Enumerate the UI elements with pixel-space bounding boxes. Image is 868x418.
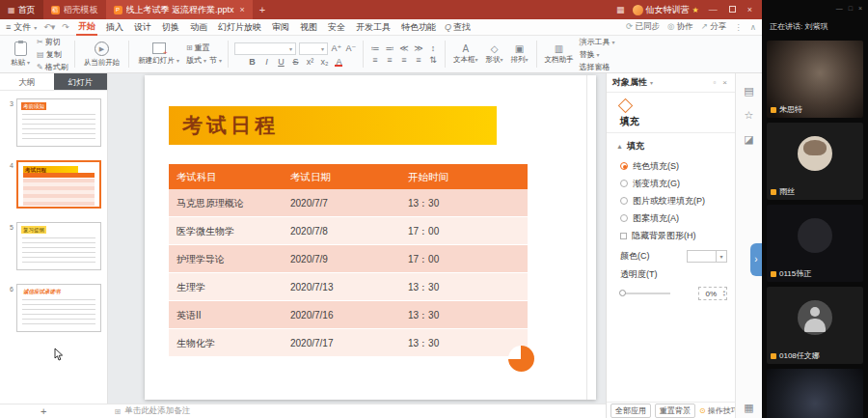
tips-link[interactable]: ⊙ 操作技巧 xyxy=(699,405,739,416)
bold-button[interactable]: B xyxy=(246,57,258,67)
selection-pane-button[interactable]: 选择窗格 xyxy=(580,62,615,72)
menu-tab-home[interactable]: 开始 xyxy=(76,19,97,36)
reset-background-button[interactable]: 重置背景 xyxy=(655,404,695,418)
sync-status[interactable]: ⟳ 已同步 xyxy=(626,21,660,33)
replace-button[interactable]: 替换▾ xyxy=(580,49,615,60)
image-panel-icon[interactable]: ◪ xyxy=(736,133,762,146)
menu-tab-animation[interactable]: 动画 xyxy=(188,20,209,35)
tab-outline[interactable]: 大纲 xyxy=(0,73,54,90)
close-button[interactable]: × xyxy=(746,5,754,14)
menu-tab-features[interactable]: 特色功能 xyxy=(399,20,438,35)
menu-tab-transition[interactable]: 切换 xyxy=(160,20,181,35)
section-button[interactable]: 节▾ xyxy=(209,55,222,66)
fill-option-gradient[interactable]: 渐变填充(G) xyxy=(607,175,735,192)
decrease-font-icon[interactable]: A⁻ xyxy=(345,43,357,53)
numbered-list-icon[interactable]: ≕ xyxy=(384,43,395,53)
find-button[interactable]: Q 查找 xyxy=(445,21,471,34)
underline-button[interactable]: U xyxy=(275,57,286,67)
chevron-down-icon[interactable]: ▾ xyxy=(650,79,653,86)
participant-video-tile[interactable]: 0115韩正 xyxy=(767,205,863,282)
user-account[interactable]: 仙女特训营 ★ xyxy=(633,4,699,16)
menu-tab-slideshow[interactable]: 幻灯片放映 xyxy=(216,20,263,35)
collapse-ribbon-icon[interactable]: ∧ xyxy=(750,22,756,32)
color-dropdown[interactable]: ▾ xyxy=(687,250,727,263)
fill-option-pattern[interactable]: 图案填充(A) xyxy=(607,209,735,227)
participant-video-tile[interactable]: 孙中李 xyxy=(767,369,863,418)
minimize-button[interactable]: — xyxy=(707,5,719,14)
collab-button[interactable]: ◎ 协作 xyxy=(667,21,693,33)
present-tools-button[interactable]: 演示工具▾ xyxy=(580,37,615,47)
participant-video-tile[interactable]: 朱思特 xyxy=(767,41,863,118)
font-size-select[interactable]: ▾ xyxy=(299,42,328,55)
fill-option-solid[interactable]: 纯色填充(S) xyxy=(607,157,735,175)
slide-page[interactable]: 考试日程 考试科目 考试日期 开始时间 马克思原理概论 2020/7/7 13：… xyxy=(145,75,596,400)
fill-tab[interactable]: 填充 xyxy=(607,115,735,133)
apps-grid-icon[interactable]: ▦ xyxy=(736,402,762,414)
pin-panel-icon[interactable]: ▫ xyxy=(711,78,718,87)
close-tab-icon[interactable]: × xyxy=(240,5,245,14)
transparency-slider[interactable] xyxy=(620,293,670,294)
cut-button[interactable]: ✂剪切 xyxy=(37,37,68,47)
restore-button[interactable] xyxy=(727,5,738,14)
strikethrough-button[interactable]: S xyxy=(289,57,301,67)
increase-indent-icon[interactable]: ≫ xyxy=(413,43,424,53)
slide-thumbnail-4-selected[interactable]: 考试日程 xyxy=(16,160,101,209)
tab-slides[interactable]: 幻灯片 xyxy=(54,73,108,90)
meeting-minimize-button[interactable]: — xyxy=(836,5,843,12)
undo-button[interactable]: ↶▾ xyxy=(43,22,55,32)
layout-button[interactable]: 版式▾ xyxy=(186,55,206,66)
share-button[interactable]: ↗ 分享 xyxy=(701,21,727,33)
font-color-button[interactable]: A xyxy=(333,57,344,67)
apps-grid-icon[interactable]: ▦ xyxy=(616,5,625,14)
close-panel-icon[interactable]: × xyxy=(720,78,729,87)
tab-docer-templates[interactable]: 稻 稻壳模板 xyxy=(43,0,106,19)
align-left-icon[interactable]: ≡ xyxy=(369,55,381,65)
redo-button[interactable]: ↷ xyxy=(62,22,69,32)
apply-all-button[interactable]: 全部应用 xyxy=(610,404,651,418)
menu-tab-security[interactable]: 安全 xyxy=(326,20,347,35)
new-slide-button[interactable]: 新建幻灯片 ▾ xyxy=(135,42,182,67)
stepper-icons[interactable]: ▴▾ xyxy=(723,290,726,297)
properties-panel-icon[interactable]: ▤ xyxy=(736,85,762,98)
font-family-select[interactable]: ▾ xyxy=(234,42,296,55)
decrease-indent-icon[interactable]: ≪ xyxy=(398,43,410,53)
meeting-restore-button[interactable]: □ xyxy=(849,5,853,12)
doc-assistant-button[interactable]: ▥ 文档助手 xyxy=(543,44,576,65)
reset-slide-button[interactable]: ⊞重置 xyxy=(186,42,222,53)
add-slide-button[interactable]: + xyxy=(41,405,46,417)
increase-font-icon[interactable]: A⁺ xyxy=(331,43,342,53)
new-tab-button[interactable]: + xyxy=(253,0,272,19)
bullet-list-icon[interactable]: ≔ xyxy=(369,43,381,53)
subscript-icon[interactable]: x₂ xyxy=(318,57,330,67)
file-menu[interactable]: ≡ 文件 ▾ xyxy=(6,21,37,34)
exam-schedule-table[interactable]: 考试科目 考试日期 开始时间 马克思原理概论 2020/7/7 13：30 医学… xyxy=(169,164,528,357)
menu-tab-design[interactable]: 设计 xyxy=(132,20,153,35)
participant-video-tile[interactable]: 0108任文娜 xyxy=(767,287,863,364)
menu-tab-insert[interactable]: 插入 xyxy=(104,20,125,35)
slider-thumb[interactable] xyxy=(619,290,626,296)
transparency-value-box[interactable]: 0% ▴▾ xyxy=(698,287,727,300)
star-resources-icon[interactable]: ☆ xyxy=(736,109,762,122)
menu-tab-view[interactable]: 视图 xyxy=(298,20,319,35)
text-direction-icon[interactable]: ↕ xyxy=(427,43,439,53)
fill-group-header[interactable]: ▲ 填充 xyxy=(607,133,735,157)
more-menu-icon[interactable]: ⋮ xyxy=(734,22,743,32)
format-painter-button[interactable]: ✎格式刷 xyxy=(37,62,68,72)
menu-tab-review[interactable]: 审阅 xyxy=(270,20,291,35)
play-from-current-button[interactable]: ▶ 从当前开始 xyxy=(81,41,123,69)
superscript-icon[interactable]: x² xyxy=(304,57,315,67)
home-button[interactable]: ▦ 首页 xyxy=(0,0,43,19)
slide-thumbnail-5[interactable]: 复习提纲 xyxy=(16,222,101,270)
shape-button[interactable]: ◇ 形状▾ xyxy=(483,44,504,65)
paste-button[interactable]: 粘贴 ▾ xyxy=(8,41,33,69)
copy-button[interactable]: ▤复制 xyxy=(37,49,68,60)
textbox-button[interactable]: A 文本框▾ xyxy=(451,44,480,65)
italic-button[interactable]: I xyxy=(260,57,272,67)
slide-thumbnail-3[interactable]: 考前须知 xyxy=(16,98,101,147)
meeting-close-button[interactable]: × xyxy=(858,5,862,12)
slide-thumbnail-6[interactable]: 诚信应试承诺书 xyxy=(16,284,101,332)
tab-presentation-file[interactable]: P 线上考试季 返流程作業.pptx × xyxy=(106,0,253,19)
fill-option-picture-texture[interactable]: 图片或纹理填充(P) xyxy=(607,192,735,209)
justify-icon[interactable]: ≡ xyxy=(413,55,424,65)
slide-title-banner[interactable]: 考试日程 xyxy=(169,106,497,145)
